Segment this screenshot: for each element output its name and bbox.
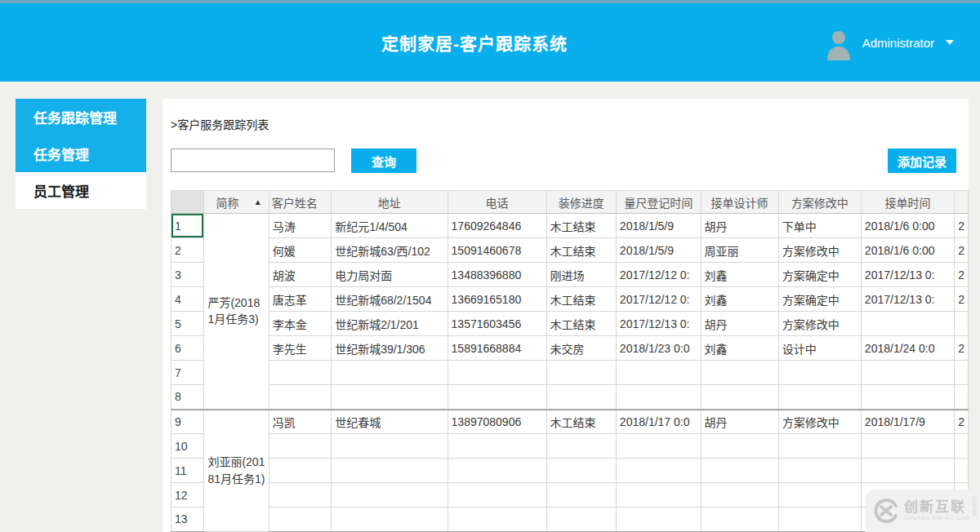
data-cell[interactable] bbox=[448, 385, 546, 410]
data-cell[interactable] bbox=[546, 483, 616, 508]
column-header-phone[interactable]: 电话 bbox=[448, 191, 546, 214]
sidebar-item-task-tracking[interactable]: 任务跟踪管理 bbox=[16, 99, 146, 135]
data-cell[interactable] bbox=[701, 459, 778, 483]
data-cell[interactable]: 2 bbox=[955, 287, 969, 312]
data-cell[interactable] bbox=[269, 483, 331, 508]
data-cell[interactable]: 世纪新城39/1/306 bbox=[332, 336, 448, 361]
data-cell[interactable] bbox=[861, 361, 954, 385]
data-cell[interactable]: 2018/1/17/9 bbox=[861, 410, 954, 434]
data-cell[interactable]: 2017/12/12 0: bbox=[616, 263, 701, 287]
row-header-cell[interactable]: 12 bbox=[172, 483, 204, 508]
row-header-cell[interactable]: 3 bbox=[172, 263, 204, 287]
data-cell[interactable] bbox=[861, 459, 954, 483]
data-cell[interactable] bbox=[546, 434, 616, 459]
data-cell[interactable] bbox=[701, 361, 778, 385]
data-cell[interactable]: 2018/1/17 0:0 bbox=[616, 410, 701, 434]
data-cell[interactable]: 方案确定中 bbox=[778, 263, 861, 287]
data-cell[interactable]: 周亚丽 bbox=[701, 238, 778, 263]
data-cell[interactable] bbox=[701, 434, 778, 459]
data-cell[interactable]: 胡波 bbox=[269, 263, 331, 287]
data-cell[interactable]: 木工结束 bbox=[546, 287, 616, 312]
data-cell[interactable]: 2018/1/5/9 bbox=[616, 238, 701, 263]
data-cell[interactable] bbox=[616, 459, 701, 483]
data-cell[interactable]: 2017/12/13 0: bbox=[861, 287, 954, 312]
data-cell[interactable]: 2018/1/23 0:0 bbox=[616, 336, 701, 361]
data-cell[interactable]: 13897080906 bbox=[448, 410, 546, 434]
row-header-cell[interactable]: 7 bbox=[172, 361, 204, 385]
data-cell[interactable] bbox=[269, 385, 331, 410]
corner-header-cell[interactable] bbox=[172, 191, 204, 214]
data-cell[interactable]: 2 bbox=[955, 263, 969, 287]
data-cell[interactable]: 世纪春城 bbox=[332, 410, 448, 434]
data-cell[interactable]: 2 bbox=[955, 336, 969, 361]
data-cell[interactable]: 2 bbox=[955, 410, 969, 434]
column-header-extra[interactable] bbox=[955, 191, 969, 214]
data-cell[interactable]: 胡丹 bbox=[701, 214, 778, 238]
data-cell[interactable] bbox=[448, 483, 546, 508]
data-cell[interactable] bbox=[701, 508, 778, 532]
data-cell[interactable]: 刚进场 bbox=[546, 263, 616, 287]
data-cell[interactable] bbox=[701, 483, 778, 508]
row-header-cell[interactable]: 11 bbox=[172, 459, 204, 483]
row-header-cell[interactable]: 2 bbox=[172, 238, 204, 263]
data-cell[interactable]: 何媛 bbox=[269, 238, 331, 263]
data-cell[interactable] bbox=[955, 361, 969, 385]
data-cell[interactable]: 刘鑫 bbox=[701, 336, 778, 361]
row-header-cell[interactable]: 13 bbox=[172, 508, 204, 532]
data-cell[interactable] bbox=[448, 434, 546, 459]
data-cell[interactable]: 17609264846 bbox=[448, 214, 546, 238]
column-header-address[interactable]: 地址 bbox=[332, 191, 448, 214]
add-record-button[interactable]: 添加记录 bbox=[888, 149, 956, 173]
data-cell[interactable] bbox=[448, 508, 546, 532]
data-cell[interactable] bbox=[269, 434, 331, 459]
data-cell[interactable]: 13669165180 bbox=[448, 287, 546, 312]
sidebar-item-task-management[interactable]: 任务管理 bbox=[16, 135, 146, 172]
data-cell[interactable] bbox=[616, 361, 701, 385]
data-cell[interactable]: 未交房 bbox=[546, 336, 616, 361]
data-cell[interactable]: 2017/12/12 0: bbox=[616, 287, 701, 312]
data-cell[interactable]: 世纪新城63/西/102 bbox=[332, 238, 448, 263]
data-cell[interactable]: 2018/1/5/9 bbox=[616, 214, 701, 238]
data-cell[interactable]: 木工结束 bbox=[546, 312, 616, 336]
data-cell[interactable]: 李先生 bbox=[269, 336, 331, 361]
sidebar-item-employee-management[interactable]: 员工管理 bbox=[16, 172, 146, 209]
data-cell[interactable]: 唐志革 bbox=[269, 287, 331, 312]
data-cell[interactable]: 15891668884 bbox=[448, 336, 546, 361]
data-cell[interactable] bbox=[616, 434, 701, 459]
data-cell[interactable]: 2018/1/6 0:00 bbox=[861, 238, 954, 263]
data-cell[interactable]: 2 bbox=[955, 214, 969, 238]
data-cell[interactable] bbox=[861, 385, 954, 410]
data-cell[interactable]: 马涛 bbox=[269, 214, 331, 238]
data-cell[interactable] bbox=[616, 483, 701, 508]
data-cell[interactable]: 方案修改中 bbox=[778, 238, 861, 263]
row-header-cell[interactable]: 6 bbox=[172, 336, 204, 361]
data-cell[interactable]: 胡丹 bbox=[701, 410, 778, 434]
sort-ascending-icon[interactable]: ▲ bbox=[254, 197, 262, 206]
data-cell[interactable] bbox=[778, 361, 861, 385]
data-cell[interactable] bbox=[269, 459, 331, 483]
data-cell[interactable] bbox=[861, 434, 954, 459]
data-cell[interactable]: 2017/12/13 0: bbox=[616, 312, 701, 336]
data-cell[interactable] bbox=[955, 385, 969, 410]
data-cell[interactable] bbox=[778, 508, 861, 532]
data-cell[interactable]: 2018/1/6 0:00 bbox=[861, 214, 954, 238]
data-cell[interactable] bbox=[269, 508, 331, 532]
data-cell[interactable] bbox=[701, 385, 778, 410]
data-cell[interactable] bbox=[332, 508, 448, 532]
chevron-down-icon[interactable] bbox=[946, 40, 954, 45]
data-cell[interactable] bbox=[778, 434, 861, 459]
column-header-designer[interactable]: 接单设计师 bbox=[701, 191, 778, 214]
data-cell[interactable]: 2 bbox=[955, 238, 969, 263]
user-name[interactable]: Administrator bbox=[862, 36, 934, 50]
data-cell[interactable]: 世纪新城68/2/1504 bbox=[332, 287, 448, 312]
data-cell[interactable]: 世纪新城2/1/201 bbox=[332, 312, 448, 336]
data-cell[interactable] bbox=[332, 483, 448, 508]
user-menu[interactable]: Administrator bbox=[825, 3, 954, 82]
data-cell[interactable]: 电力局对面 bbox=[332, 263, 448, 287]
data-cell[interactable] bbox=[332, 459, 448, 483]
data-cell[interactable] bbox=[955, 459, 969, 483]
row-header-cell[interactable]: 4 bbox=[172, 287, 204, 312]
query-button[interactable]: 查询 bbox=[351, 149, 416, 173]
data-cell[interactable]: 木工结束 bbox=[546, 238, 616, 263]
data-cell[interactable]: 方案修改中 bbox=[778, 312, 861, 336]
